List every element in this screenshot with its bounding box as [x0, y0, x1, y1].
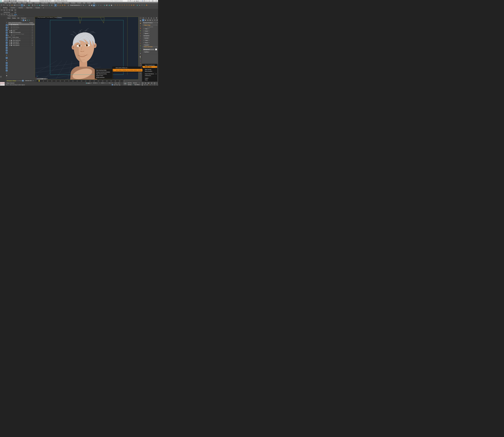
- help-dropdown-arrow[interactable]: ▼: [146, 0, 147, 1]
- eye-hidden-icon[interactable]: [9, 29, 10, 30]
- tube-button[interactable]: Tube: [143, 40, 150, 41]
- ribbon-tab-populate[interactable]: Populate: [34, 7, 41, 9]
- maxscript-macro-pane[interactable]: [0, 82, 5, 84]
- window-crossing-icon[interactable]: ▣: [28, 4, 30, 6]
- save-file-icon[interactable]: ▣: [9, 0, 10, 2]
- display-hidden-icon[interactable]: ◉: [6, 52, 8, 54]
- populate-icon[interactable]: ●: [139, 4, 141, 6]
- timeline-ruler[interactable]: 1020304050607080901001101201301401501601…: [37, 80, 124, 82]
- key-filters-button[interactable]: Key Filters...: [134, 84, 141, 86]
- reference-coordinate-dropdown[interactable]: View▼: [41, 4, 48, 6]
- eye-visible-icon[interactable]: [9, 45, 10, 46]
- help-icon[interactable]: ?: [144, 0, 145, 2]
- ornatrix-hair-icon[interactable]: ?: [116, 4, 119, 6]
- rendered-frame-window-icon[interactable]: ◩: [106, 4, 108, 6]
- table-row[interactable]: VRayLightRim❄: [8, 45, 35, 46]
- civil-view-icon[interactable]: ◍: [136, 4, 139, 6]
- 3dsmax-logo[interactable]: 3: [0, 0, 1, 2]
- sync-selection-icon[interactable]: ✚: [6, 67, 8, 69]
- minimize-button[interactable]: [148, 0, 151, 2]
- ornatrix-tool-10[interactable]: ⌇: [140, 40, 141, 42]
- project-folder-icon[interactable]: ▥: [15, 0, 17, 2]
- autodesk-exchange-icon[interactable]: X: [142, 0, 143, 2]
- table-row[interactable]: VRayLightDome❄: [8, 40, 35, 41]
- percent-snap-icon[interactable]: %: [61, 4, 64, 6]
- orbit-view-icon[interactable]: ↺: [155, 84, 157, 86]
- modify-tab[interactable]: ∿: [145, 17, 147, 19]
- menu-content[interactable]: Content: [77, 2, 81, 3]
- z-coordinate-field[interactable]: 0.0: [108, 82, 113, 84]
- ornatrix-tool-12[interactable]: ≋: [140, 45, 141, 47]
- ornatrix-edit-icon[interactable]: ?: [121, 4, 123, 6]
- border-mode-icon[interactable]: ○: [6, 9, 8, 11]
- create-tab[interactable]: +: [142, 17, 145, 19]
- search-help-icon[interactable]: ⚭: [128, 0, 129, 2]
- frozen-toggle-icon[interactable]: ❄: [30, 38, 35, 40]
- menu-item-import-standalone-[interactable]: Import Standalone...▶: [142, 73, 157, 75]
- select-and-scale-icon[interactable]: ◱: [36, 4, 38, 6]
- clear-search-icon[interactable]: ✕: [20, 20, 22, 21]
- select-by-name-icon[interactable]: ▤: [23, 4, 26, 6]
- selection-region-icon[interactable]: ◌: [26, 4, 28, 6]
- display-cameras-icon[interactable]: ▤: [6, 32, 8, 34]
- table-row[interactable]: ▶EyebrowRight❄: [8, 27, 35, 28]
- table-row[interactable]: ▶EyebrowLeft❄: [8, 25, 35, 27]
- explorer-menu-display[interactable]: Display: [12, 17, 16, 19]
- menu-edit[interactable]: Edit: [5, 2, 7, 3]
- use-pivot-point-icon[interactable]: ◎: [48, 4, 51, 6]
- frozen-toggle-icon[interactable]: ❄: [30, 32, 35, 33]
- frozen-toggle-icon[interactable]: ❄: [30, 43, 35, 44]
- table-row[interactable]: TopoSurface001❄: [8, 38, 35, 40]
- key-selection-dropdown[interactable]: Selected▼: [132, 82, 141, 84]
- redo-icon[interactable]: ↷: [13, 0, 14, 2]
- default-in-tangent-icon[interactable]: ▦: [158, 82, 158, 84]
- ornatrix-tool-15[interactable]: ∗: [140, 52, 141, 54]
- expand-hierarchy-icon[interactable]: ⊞: [27, 20, 28, 21]
- snaps-toggle-icon[interactable]: 3: [57, 4, 59, 6]
- spacewarps-category[interactable]: ≋: [154, 19, 156, 21]
- viewport-label[interactable]: [ + ] [ PhysCamera001 ] [ User Defined ]…: [35, 17, 62, 18]
- menu-animation[interactable]: Animation: [34, 2, 40, 3]
- schematic-view-icon[interactable]: #: [98, 4, 100, 6]
- menu-create[interactable]: Create: [23, 2, 26, 3]
- cloth-icon[interactable]: T: [141, 4, 143, 6]
- menu-graph-editors[interactable]: Graph Editors: [41, 2, 48, 3]
- eye-visible-icon[interactable]: [9, 37, 10, 38]
- restore-button[interactable]: [151, 0, 154, 2]
- eye-hidden-icon[interactable]: [9, 35, 10, 36]
- footer-chevrons-icon[interactable]: »: [33, 80, 33, 81]
- select-and-link-icon[interactable]: ∞: [6, 4, 9, 6]
- frozen-toggle-icon[interactable]: ❄: [30, 25, 35, 27]
- object-type-header[interactable]: ▼Object Type∷: [142, 24, 158, 26]
- ornatrix-tool-6[interactable]: ≋: [140, 30, 141, 32]
- ornatrix-strand-icon[interactable]: ✳: [130, 4, 132, 6]
- ornatrix-brush-icon[interactable]: ?: [119, 4, 121, 6]
- menu-customize[interactable]: Customize: [64, 2, 69, 3]
- undo-icon[interactable]: ↶: [0, 4, 3, 6]
- add-time-tag[interactable]: ◈ Add Time Tag: [112, 84, 120, 85]
- ornatrix-tool-14[interactable]: ✳: [140, 50, 141, 52]
- eye-visible-icon[interactable]: [9, 32, 10, 33]
- keyword-search-input[interactable]: [111, 0, 128, 2]
- ornatrix-tool-8[interactable]: ζ: [140, 35, 141, 37]
- render-setup-icon[interactable]: ◍: [103, 4, 106, 6]
- torus-button[interactable]: Torus: [143, 42, 150, 44]
- menu-rendering[interactable]: Rendering: [50, 2, 55, 3]
- menu-item-open-controlcenter[interactable]: Open ControlCenter: [142, 64, 157, 66]
- menu-tools[interactable]: Tools: [9, 2, 11, 3]
- display-geometry-icon[interactable]: ◧: [6, 24, 8, 26]
- geometry-category[interactable]: ●: [142, 19, 144, 21]
- table-row[interactable]: PhysCamera001❄: [8, 32, 35, 33]
- go-to-start-button[interactable]: |◀◀: [141, 82, 144, 84]
- sign-in-dropdown-arrow[interactable]: ▼: [141, 0, 141, 1]
- explorer-menu-customize[interactable]: Customize: [21, 17, 26, 19]
- element-mode-icon[interactable]: ◆: [11, 9, 13, 11]
- ribbon-tab-object-paint[interactable]: Object Paint: [25, 7, 34, 9]
- ornatrix-xy-icon[interactable]: X?: [132, 4, 135, 6]
- ornatrix-tool-11[interactable]: ∿: [140, 42, 141, 44]
- table-row[interactable]: Head❄: [8, 30, 35, 32]
- frozen-toggle-icon[interactable]: ❄: [30, 37, 35, 38]
- cameras-category[interactable]: ▤: [149, 19, 151, 21]
- display-containers-icon[interactable]: ▭: [6, 47, 8, 49]
- frozen-toggle-icon[interactable]: ❄: [30, 40, 35, 41]
